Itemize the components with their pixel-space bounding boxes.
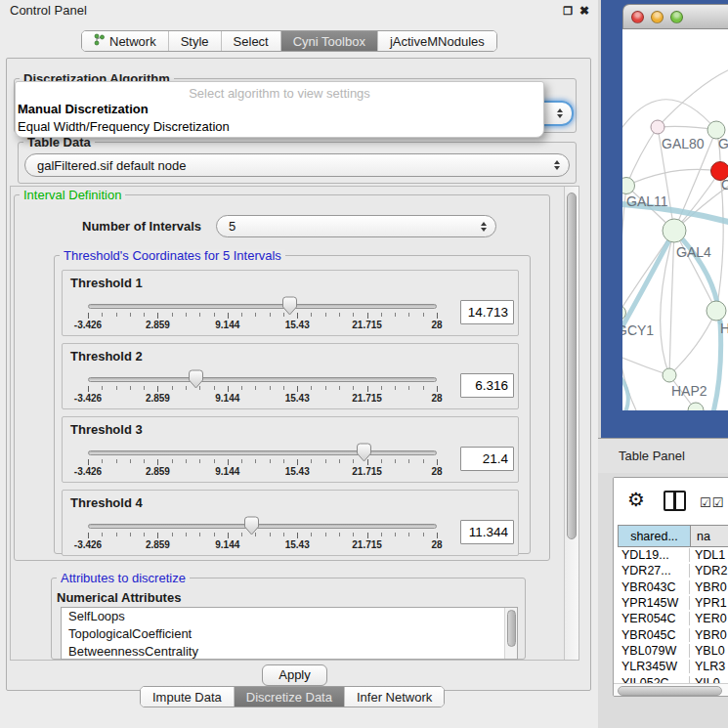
attribute-list-item[interactable]: BetweennessCentrality xyxy=(62,643,517,660)
slider-track[interactable] xyxy=(88,304,437,309)
popup-option-manual[interactable]: Manual Discretization xyxy=(18,102,149,116)
tab-label: Network xyxy=(109,34,156,49)
table-cell[interactable]: YDR2 xyxy=(690,564,728,578)
table-cell[interactable]: YLR3 xyxy=(690,660,728,673)
float-window-icon[interactable]: ❐ xyxy=(563,4,573,18)
network-node-label: HAP2 xyxy=(671,383,707,399)
tab-label: Select xyxy=(234,34,269,49)
bottom-tab[interactable]: Discretize Data xyxy=(235,687,345,707)
table-cell[interactable]: YBL0 xyxy=(690,644,728,658)
minimize-traffic-light[interactable] xyxy=(651,11,664,23)
table-cell[interactable]: YDL19... xyxy=(618,548,690,562)
top-tab[interactable]: Style xyxy=(169,31,222,51)
threshold-title: Threshold 3 xyxy=(70,422,143,437)
threshold-value-input[interactable] xyxy=(460,447,514,471)
attributes-group-label: Attributes to discretize xyxy=(57,572,190,585)
network-window-titlebar[interactable] xyxy=(622,4,728,29)
top-tab[interactable]: Network xyxy=(82,31,169,51)
top-tabbar: Network Style Select Cyni Toolbox xyxy=(81,30,497,52)
table-cell[interactable]: YPR1 xyxy=(690,596,728,610)
threshold-value-input[interactable] xyxy=(460,373,514,398)
top-tab[interactable]: Select xyxy=(222,31,281,51)
table-panel-titlebar: Table Panel xyxy=(598,438,728,473)
network-node[interactable] xyxy=(622,178,635,194)
close-traffic-light[interactable] xyxy=(631,11,644,23)
network-canvas[interactable]: GAL80GACGAL11GAL4GCY1HHAP2 xyxy=(622,29,728,410)
table-cell[interactable]: YIL052C xyxy=(618,676,690,683)
combo-stepper-icon xyxy=(557,108,563,118)
attribute-list-item[interactable]: TopologicalCoefficient xyxy=(62,625,517,643)
select-columns-checkboxes-icon[interactable]: ☑☑ xyxy=(700,495,724,510)
table-row[interactable]: YDL19... YDL1 xyxy=(618,547,728,563)
apply-button[interactable]: Apply xyxy=(262,664,327,686)
table-data-combobox[interactable]: galFiltered.sif default node xyxy=(24,153,570,177)
attributes-list-scrollbar-thumb[interactable] xyxy=(507,610,516,647)
table-row[interactable]: YDR27... YDR2 xyxy=(618,563,728,578)
gear-icon[interactable]: ⚙ xyxy=(627,489,645,510)
table-cell[interactable]: YER054C xyxy=(618,612,690,625)
combo-stepper-icon xyxy=(554,160,560,170)
table-header-row: shared... na xyxy=(618,525,728,547)
slider-thumb[interactable] xyxy=(188,369,204,389)
table-cell[interactable]: YPR145W xyxy=(618,596,690,610)
table-row[interactable]: YBR045C YBR0 xyxy=(618,626,728,642)
slider-track[interactable] xyxy=(88,450,437,455)
network-icon xyxy=(94,33,105,49)
horizontal-scrollbar-thumb[interactable] xyxy=(618,686,722,696)
bottom-tab[interactable]: Impute Data xyxy=(141,687,235,707)
table-cell[interactable]: YBR0 xyxy=(690,628,728,642)
column-header-name[interactable]: na xyxy=(690,525,728,547)
threshold-value-input[interactable] xyxy=(460,300,514,324)
attributes-list-scrollbar[interactable] xyxy=(504,608,517,659)
tab-label: Discretize Data xyxy=(246,690,332,705)
table-cell[interactable]: YDL1 xyxy=(690,548,728,562)
combo-stepper-icon xyxy=(481,222,487,232)
slider-track[interactable] xyxy=(88,377,437,382)
table-cell[interactable]: YLR345W xyxy=(618,660,690,673)
threshold-block: Threshold 2 -3.4262.8599.14415.4321.7152… xyxy=(62,343,519,409)
bottom-tab[interactable]: Infer Network xyxy=(345,687,444,707)
table-cell[interactable]: YER0 xyxy=(690,612,728,625)
network-node[interactable] xyxy=(707,301,726,321)
bottom-tabbar: Impute Data Discretize Data Infer Networ… xyxy=(140,686,445,707)
slider-thumb[interactable] xyxy=(356,443,372,462)
split-columns-icon[interactable] xyxy=(664,491,686,511)
table-toolbar: ⚙ ☑☑ xyxy=(614,478,728,525)
table-row[interactable]: YBL079W YBL0 xyxy=(618,643,728,659)
threshold-block: Threshold 3 -3.4262.8599.14415.4321.7152… xyxy=(62,416,519,483)
table-data-value: galFiltered.sif default node xyxy=(37,154,186,176)
table-row[interactable]: YPR145W YPR1 xyxy=(618,595,728,611)
network-node[interactable] xyxy=(663,368,676,382)
threshold-title: Threshold 4 xyxy=(70,495,143,510)
number-of-intervals-combobox[interactable]: 5 xyxy=(216,215,496,237)
table-row[interactable]: YER054C YER0 xyxy=(618,611,728,626)
column-header-shared[interactable]: shared... xyxy=(618,525,690,547)
maximize-traffic-light[interactable] xyxy=(670,11,683,23)
attribute-list-item[interactable]: SelfLoops xyxy=(62,608,517,625)
tab-label: Style xyxy=(181,34,209,49)
table-cell[interactable]: YBR0 xyxy=(690,580,728,594)
top-tab[interactable]: jActiveMNodules xyxy=(378,31,496,51)
network-node[interactable] xyxy=(651,120,664,134)
table-cell[interactable]: YDR27... xyxy=(618,564,690,578)
close-icon[interactable]: ✖ xyxy=(579,4,589,18)
slider-track[interactable] xyxy=(88,524,437,529)
vertical-scrollbar[interactable] xyxy=(564,187,578,660)
network-edge xyxy=(622,354,669,375)
popup-option-equal-width[interactable]: Equal Width/Frequency Discretization xyxy=(18,119,230,134)
horizontal-scrollbar[interactable] xyxy=(614,683,728,696)
top-tab[interactable]: Cyni Toolbox xyxy=(281,31,378,51)
threshold-value-input[interactable] xyxy=(460,520,514,544)
slider-thumb[interactable] xyxy=(243,516,260,535)
table-cell[interactable]: YBR043C xyxy=(618,580,690,594)
table-row[interactable]: YLR345W YLR3 xyxy=(618,659,728,674)
table-cell[interactable]: YBL079W xyxy=(618,644,690,658)
network-node[interactable] xyxy=(663,219,686,242)
interval-definition-label: Interval Definition xyxy=(20,189,125,202)
table-cell[interactable]: YIL0 xyxy=(690,676,728,683)
vertical-scrollbar-thumb[interactable] xyxy=(567,193,577,539)
network-edge xyxy=(669,231,674,375)
table-cell[interactable]: YBR045C xyxy=(618,628,690,642)
table-row[interactable]: YBR043C YBR0 xyxy=(618,579,728,595)
table-row[interactable]: YIL052C YIL0 xyxy=(618,674,728,683)
